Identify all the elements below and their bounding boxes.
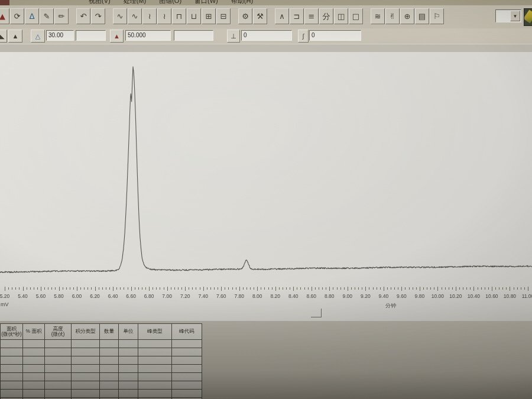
- erase-annotation-button[interactable]: ✏: [54, 8, 69, 24]
- table-cell[interactable]: [172, 365, 202, 373]
- table-cell[interactable]: [72, 348, 100, 356]
- table-cell[interactable]: [1, 340, 23, 348]
- menu-item-1[interactable]: 视图(V): [89, 0, 111, 5]
- split-peak-button[interactable]: ⊞: [202, 8, 216, 24]
- table-cell[interactable]: [100, 373, 119, 381]
- join-baseline-button[interactable]: ⊔: [187, 8, 201, 24]
- min-area-field[interactable]: 0: [241, 30, 292, 41]
- refresh-button[interactable]: ⟳: [10, 8, 24, 24]
- process-button[interactable]: ≋: [371, 8, 385, 24]
- table-cell[interactable]: [23, 340, 45, 348]
- table-cell[interactable]: [100, 365, 119, 373]
- table-cell[interactable]: [45, 373, 72, 381]
- threshold-field[interactable]: 50.000: [125, 30, 171, 41]
- cut-peak-end-button[interactable]: ∿: [128, 8, 142, 24]
- table-cell[interactable]: [138, 381, 172, 390]
- table-cell[interactable]: [1, 373, 23, 381]
- table-cell[interactable]: [1, 348, 23, 356]
- table-cell[interactable]: [138, 340, 172, 348]
- table-cell[interactable]: [138, 365, 172, 373]
- table-cell[interactable]: [45, 381, 72, 390]
- menu-item-3[interactable]: 图谱(O): [159, 0, 181, 5]
- table-cell[interactable]: [45, 365, 72, 373]
- table-cell[interactable]: [1, 381, 23, 390]
- chromatogram-plot[interactable]: 5.205.405.605.806.006.206.406.606.807.00…: [0, 52, 532, 321]
- table-cell[interactable]: [72, 381, 100, 390]
- peak-width-field[interactable]: 30.00: [46, 30, 74, 41]
- stop-process-button[interactable]: ⚐: [430, 8, 444, 24]
- table-cell[interactable]: [172, 381, 202, 390]
- table-cell[interactable]: [1, 356, 23, 365]
- table-cell[interactable]: [23, 348, 45, 356]
- overlay-view-button[interactable]: ⊐: [290, 8, 304, 24]
- table-cell[interactable]: [119, 340, 138, 348]
- table-cell[interactable]: [138, 373, 172, 381]
- table-cell[interactable]: [45, 340, 72, 348]
- min-height-field[interactable]: 0: [309, 30, 361, 41]
- table-cell[interactable]: [1, 365, 23, 373]
- blank-view-button[interactable]: □: [349, 8, 363, 24]
- table-cell[interactable]: [172, 390, 202, 398]
- table-cell[interactable]: [172, 356, 202, 365]
- chromatogram-selector-combo[interactable]: ▼: [495, 9, 521, 22]
- peak-width-aux-field[interactable]: [76, 30, 106, 41]
- menu-item-4[interactable]: 窗口(W): [194, 0, 218, 5]
- table-cell[interactable]: [72, 373, 100, 381]
- peak-view-button[interactable]: ∧: [275, 8, 289, 24]
- min-area-button[interactable]: ⊥: [227, 30, 240, 43]
- print-button[interactable]: ▤: [415, 8, 429, 24]
- undo-button[interactable]: ↶: [76, 8, 90, 24]
- merge-peak-button[interactable]: ⊟: [216, 8, 231, 24]
- integration-events-button[interactable]: ⚙: [238, 8, 252, 24]
- menu-item-5[interactable]: 帮助(H): [231, 0, 253, 5]
- threshold-aux-field[interactable]: [174, 30, 213, 41]
- valley-to-valley-button[interactable]: ⊓: [172, 8, 186, 24]
- drop-baseline-button[interactable]: ≀: [142, 8, 157, 24]
- table-cell[interactable]: [23, 390, 45, 398]
- area-fill-button[interactable]: ▲: [8, 30, 22, 43]
- extend-baseline-button[interactable]: ≀: [157, 8, 171, 24]
- clipped-tool-button[interactable]: ◣: [0, 30, 7, 43]
- split-view-button[interactable]: 分: [319, 8, 333, 24]
- run-sample-button[interactable]: ▲: [0, 8, 9, 24]
- table-cell[interactable]: [45, 356, 72, 365]
- redo-button[interactable]: ↷: [91, 8, 105, 24]
- table-cell[interactable]: [23, 381, 45, 390]
- menu-item-2[interactable]: 处理(M): [124, 0, 147, 5]
- calibration-button[interactable]: ⚒: [253, 8, 267, 24]
- chevron-down-icon[interactable]: ▼: [510, 11, 520, 21]
- table-cell[interactable]: [100, 340, 119, 348]
- table-cell[interactable]: [100, 390, 119, 398]
- table-cell[interactable]: [119, 390, 138, 398]
- table-cell[interactable]: [72, 365, 100, 373]
- table-cell[interactable]: [100, 356, 119, 365]
- table-cell[interactable]: [45, 348, 72, 356]
- table-cell[interactable]: [72, 356, 100, 365]
- table-cell[interactable]: [72, 390, 100, 398]
- review-peak-button[interactable]: ∆: [25, 8, 39, 24]
- peak-width-button[interactable]: △: [31, 30, 45, 43]
- annotate-button[interactable]: ✎: [40, 8, 54, 24]
- table-cell[interactable]: [23, 373, 45, 381]
- table-cell[interactable]: [119, 373, 138, 381]
- stacked-view-button[interactable]: ≡: [304, 8, 319, 24]
- table-cell[interactable]: [1, 390, 23, 398]
- table-cell[interactable]: [119, 348, 138, 356]
- table-cell[interactable]: [172, 373, 202, 381]
- min-height-button[interactable]: ∫: [298, 30, 309, 43]
- grid-view-button[interactable]: ◫: [334, 8, 348, 24]
- report-button[interactable]: ⊕: [400, 8, 414, 24]
- table-cell[interactable]: [172, 348, 202, 356]
- table-cell[interactable]: [100, 381, 119, 390]
- clipped-edge-button[interactable]: [524, 8, 532, 26]
- table-cell[interactable]: [100, 348, 119, 356]
- table-cell[interactable]: [119, 356, 138, 365]
- threshold-button[interactable]: ▲: [110, 30, 124, 43]
- table-cell[interactable]: [45, 390, 72, 398]
- table-cell[interactable]: [138, 356, 172, 365]
- table-cell[interactable]: [138, 390, 172, 398]
- table-cell[interactable]: [138, 348, 172, 356]
- table-cell[interactable]: [23, 356, 45, 365]
- table-cell[interactable]: [119, 381, 138, 390]
- table-cell[interactable]: [172, 340, 202, 348]
